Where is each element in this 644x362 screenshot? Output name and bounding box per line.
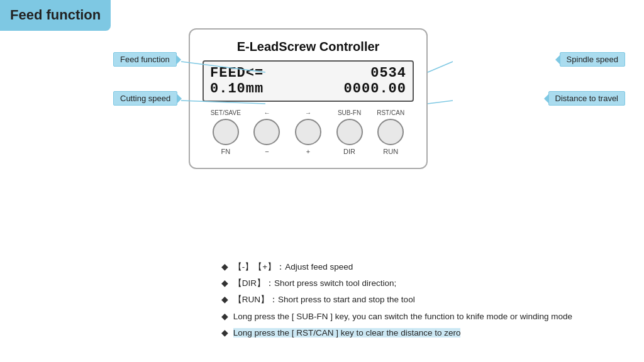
instruction-1: ◆ 【-】【+】：Adjust feed speed	[220, 261, 619, 273]
instruction-3: ◆ 【RUN】：Short press to start and stop th…	[220, 293, 619, 306]
display-feed-label: FEED<=	[210, 65, 264, 81]
btn-bottom-minus: −	[251, 148, 282, 155]
instructions-section: ◆ 【-】【+】：Adjust feed speed ◆ 【DIR】：Short…	[220, 261, 619, 343]
btn-fn[interactable]	[213, 119, 239, 145]
btn-dir[interactable]	[336, 119, 363, 145]
btn-bottom-plus: +	[292, 148, 324, 155]
display-screen: FEED<= 0534 0.10mm 0000.00	[203, 60, 414, 102]
instruction-5: ◆ Long press the [ RST/CAN ] key to clea…	[220, 327, 619, 339]
callout-feed-function: Feed function	[113, 52, 177, 67]
btn-bottom-fn: FN	[210, 148, 242, 155]
callout-cutting-speed: Cutting speed	[113, 91, 177, 106]
svg-line-2	[428, 62, 453, 72]
btn-bottom-dir: DIR	[334, 148, 365, 155]
display-distance-value: 0000.00	[344, 81, 406, 97]
btn-label-right-arrow: →	[292, 109, 324, 116]
btn-run[interactable]	[377, 119, 404, 145]
display-cutting-speed: 0.10mm	[210, 81, 264, 97]
btn-minus[interactable]	[253, 119, 280, 145]
callout-distance-to-travel: Distance to travel	[548, 91, 625, 106]
btn-bottom-run: RUN	[375, 148, 406, 155]
btn-plus[interactable]	[295, 119, 321, 145]
btn-label-set-save: SET/SAVE	[210, 109, 242, 116]
callout-spindle-speed: Spindle speed	[560, 52, 625, 67]
btn-label-left-arrow: ←	[251, 109, 282, 116]
display-spindle-value: 0534	[370, 65, 406, 81]
buttons-section: SET/SAVE ← → SUB-FN RST/CAN FN − + DIR	[203, 109, 414, 155]
controller-title: E-LeadScrew Controller	[203, 40, 414, 54]
instruction-2: ◆ 【DIR】：Short press switch tool directio…	[220, 277, 619, 290]
svg-line-3	[428, 101, 453, 104]
btn-label-sub-fn: SUB-FN	[334, 109, 365, 116]
btn-label-rst-can: RST/CAN	[375, 109, 406, 116]
instruction-4: ◆ Long press the [ SUB-FN ] key, you can…	[220, 310, 619, 323]
feed-function-tab: Feed function	[0, 0, 111, 31]
